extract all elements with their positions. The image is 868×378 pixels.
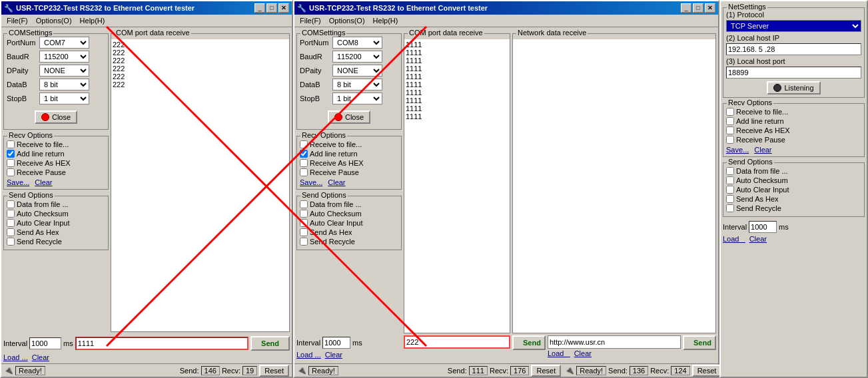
auto-clear-input-cb-1[interactable] bbox=[7, 219, 15, 227]
clear-send-btn-1[interactable]: Clear bbox=[32, 353, 49, 361]
recv-stat-value-3: 124 bbox=[671, 366, 689, 375]
dparity-select-2[interactable]: NONE bbox=[332, 65, 382, 77]
titlebar-2: 🔧 USR-TCP232-Test RS232 to Ethernet Conv… bbox=[294, 1, 718, 15]
send-button-2[interactable]: Send bbox=[512, 335, 546, 350]
menu-options-1[interactable]: Options(O) bbox=[32, 15, 76, 26]
recv-pause-cb-1[interactable] bbox=[7, 168, 15, 176]
auto-clear-input-label-1: Auto Clear Input bbox=[17, 219, 70, 227]
save-btn-2[interactable]: Save... bbox=[300, 178, 322, 186]
net-data-from-file-cb[interactable] bbox=[726, 167, 734, 175]
clear-btn-1[interactable]: Clear bbox=[35, 178, 52, 186]
net-auto-clear-input-cb[interactable] bbox=[726, 186, 734, 194]
close-btn-2[interactable]: ✕ bbox=[705, 3, 715, 13]
recv-stat-value-2: 176 bbox=[510, 366, 529, 375]
maximize-btn-1[interactable]: □ bbox=[266, 3, 277, 13]
stopbit-label-2: StopB bbox=[300, 94, 330, 102]
net-interval-input[interactable] bbox=[749, 221, 777, 233]
menu-options-2[interactable]: Options(O) bbox=[325, 15, 369, 26]
maximize-btn-2[interactable]: □ bbox=[693, 3, 703, 13]
send-button-1[interactable]: Send bbox=[250, 336, 290, 351]
recv-as-hex-label-2: Receive As HEX bbox=[310, 159, 364, 167]
auto-clear-input-cb-2[interactable] bbox=[300, 219, 308, 227]
menu-help-2[interactable]: Help(H) bbox=[369, 15, 402, 26]
send-as-hex-cb-2[interactable] bbox=[300, 228, 308, 236]
interval-label-1: Interval bbox=[3, 339, 27, 347]
reset-btn-2[interactable]: Reset bbox=[531, 365, 561, 377]
port-select-2[interactable]: COM8COM7 bbox=[332, 37, 382, 49]
auto-checksum-cb-1[interactable] bbox=[7, 210, 15, 218]
recv-as-hex-label-1: Receive As HEX bbox=[17, 159, 71, 167]
com-data-text-1[interactable]: 222 222 222 222 222 222 bbox=[111, 39, 289, 331]
menu-file-1[interactable]: File(F) bbox=[3, 15, 32, 26]
port-select-1[interactable]: COM7COM8 bbox=[39, 37, 89, 49]
net-recv-as-hex-cb[interactable] bbox=[726, 126, 734, 134]
com-data-text-2[interactable]: 1111 1111 1111 1111 1111 1111 1111 1111 … bbox=[404, 39, 510, 333]
black-dot bbox=[773, 84, 781, 92]
dparity-select-1[interactable]: NONE bbox=[39, 65, 89, 77]
reset-btn-1[interactable]: Reset bbox=[259, 365, 289, 377]
recv-to-file-cb-1[interactable] bbox=[7, 140, 15, 148]
clear-btn-2[interactable]: Clear bbox=[328, 178, 345, 186]
send-as-hex-cb-1[interactable] bbox=[7, 228, 15, 236]
close-button-2[interactable]: Close bbox=[328, 110, 370, 124]
red-dot-1 bbox=[41, 113, 49, 121]
data-from-file-cb-2[interactable] bbox=[300, 200, 308, 208]
send-recycle-cb-2[interactable] bbox=[300, 238, 308, 246]
add-line-return-label-1: Add line return bbox=[17, 150, 65, 158]
recv-as-hex-cb-1[interactable] bbox=[7, 159, 15, 167]
interval-input-1[interactable] bbox=[29, 337, 61, 349]
net-clear-btn-bottom[interactable]: Clear bbox=[749, 235, 767, 243]
minimize-btn-1[interactable]: _ bbox=[254, 3, 265, 13]
interval-unit-1: ms bbox=[63, 339, 73, 347]
reset-btn-3[interactable]: Reset bbox=[692, 365, 722, 377]
interval-unit-2: ms bbox=[352, 339, 362, 347]
net-send-input-2[interactable] bbox=[548, 335, 681, 349]
data-from-file-cb-1[interactable] bbox=[7, 200, 15, 208]
baud-select-1[interactable]: 115200 bbox=[39, 51, 89, 63]
menu-help-1[interactable]: Help(H) bbox=[76, 15, 109, 26]
load-btn-2[interactable]: Load ... bbox=[296, 351, 321, 359]
send-recycle-cb-1[interactable] bbox=[7, 238, 15, 246]
close-button-1[interactable]: Close bbox=[35, 110, 77, 124]
net-recv-pause-cb[interactable] bbox=[726, 136, 734, 144]
net-load-btn-2[interactable]: Load _ bbox=[548, 349, 570, 357]
auto-checksum-label-1: Auto Checksum bbox=[17, 210, 69, 218]
save-btn-1[interactable]: Save... bbox=[7, 178, 29, 186]
local-port-input[interactable] bbox=[726, 67, 861, 79]
auto-clear-input-label-2: Auto Clear Input bbox=[310, 219, 363, 227]
net-save-btn[interactable]: Save... bbox=[726, 146, 749, 154]
databit-select-2[interactable]: 8 bit bbox=[332, 79, 382, 91]
databit-select-1[interactable]: 8 bit bbox=[39, 79, 89, 91]
minimize-btn-2[interactable]: _ bbox=[681, 3, 691, 13]
net-send-recycle-cb[interactable] bbox=[726, 204, 734, 212]
menu-file-2[interactable]: File(F) bbox=[296, 15, 325, 26]
load-btn-1[interactable]: Load ... bbox=[3, 353, 28, 361]
add-line-return-cb-2[interactable] bbox=[300, 150, 308, 158]
protocol-select[interactable]: TCP Server TCP Client UDP bbox=[726, 20, 861, 32]
send-input-2[interactable] bbox=[404, 335, 510, 349]
recv-as-hex-cb-2[interactable] bbox=[300, 159, 308, 167]
interval-input-2[interactable] bbox=[322, 337, 350, 349]
net-data-text-2[interactable] bbox=[513, 39, 715, 333]
window-3: NetSettings (1) Protocol TCP Server TCP … bbox=[719, 0, 868, 378]
recv-to-file-cb-2[interactable] bbox=[300, 140, 308, 148]
send-input-1[interactable] bbox=[75, 337, 248, 350]
net-auto-checksum-cb[interactable] bbox=[726, 176, 734, 184]
listening-button[interactable]: Listening bbox=[767, 81, 820, 94]
close-btn-1[interactable]: ✕ bbox=[278, 3, 289, 13]
net-clear-btn[interactable]: Clear bbox=[754, 146, 771, 154]
auto-checksum-cb-2[interactable] bbox=[300, 210, 308, 218]
baud-select-2[interactable]: 115200 bbox=[332, 51, 382, 63]
clear-send-btn-2[interactable]: Clear bbox=[325, 351, 342, 359]
net-recv-to-file-cb[interactable] bbox=[726, 108, 734, 116]
stopbit-select-2[interactable]: 1 bit bbox=[332, 93, 382, 104]
net-load-btn-bottom[interactable]: Load _ bbox=[723, 235, 745, 243]
add-line-return-cb-1[interactable] bbox=[7, 150, 15, 158]
local-ip-input[interactable] bbox=[726, 43, 861, 55]
net-add-line-return-cb[interactable] bbox=[726, 117, 734, 125]
stopbit-select-1[interactable]: 1 bit bbox=[39, 93, 89, 104]
net-clear-btn-2[interactable]: Clear bbox=[574, 349, 592, 357]
net-send-button-2[interactable]: Send bbox=[683, 335, 716, 350]
recv-pause-cb-2[interactable] bbox=[300, 168, 308, 176]
net-send-as-hex-cb[interactable] bbox=[726, 195, 734, 203]
